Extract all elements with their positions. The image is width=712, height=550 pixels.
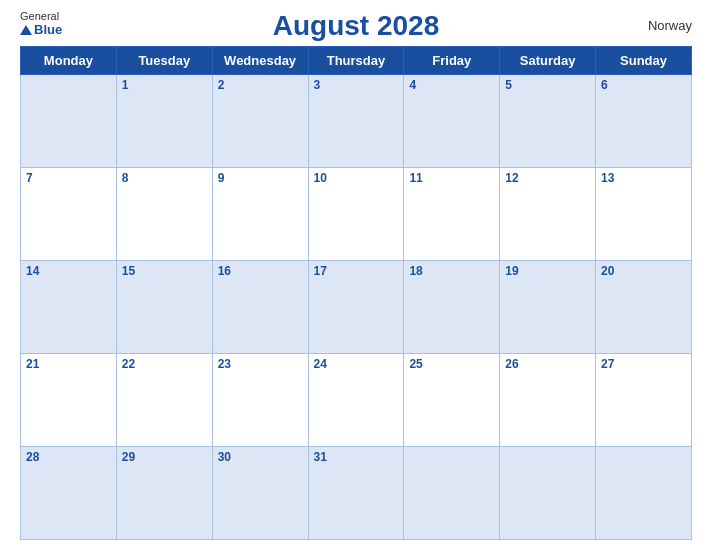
calendar-day-17: 17 (308, 261, 404, 354)
calendar-header: MondayTuesdayWednesdayThursdayFridaySatu… (21, 47, 692, 75)
calendar-week-row: 14151617181920 (21, 261, 692, 354)
day-number: 1 (122, 78, 129, 92)
calendar-day-26: 26 (500, 354, 596, 447)
logo: General Blue (20, 10, 62, 37)
calendar-day-11: 11 (404, 168, 500, 261)
day-number: 26 (505, 357, 518, 371)
calendar-table: MondayTuesdayWednesdayThursdayFridaySatu… (20, 46, 692, 540)
weekday-header-thursday: Thursday (308, 47, 404, 75)
calendar-day-30: 30 (212, 447, 308, 540)
day-number: 16 (218, 264, 231, 278)
calendar-day-3: 3 (308, 75, 404, 168)
header: General Blue August 2028 Norway (20, 10, 692, 42)
calendar-day-29: 29 (116, 447, 212, 540)
weekday-header-tuesday: Tuesday (116, 47, 212, 75)
calendar-day-4: 4 (404, 75, 500, 168)
day-number: 8 (122, 171, 129, 185)
day-number: 17 (314, 264, 327, 278)
calendar-day-13: 13 (596, 168, 692, 261)
calendar-day-10: 10 (308, 168, 404, 261)
calendar-day-25: 25 (404, 354, 500, 447)
day-number: 18 (409, 264, 422, 278)
day-number: 21 (26, 357, 39, 371)
calendar-day-24: 24 (308, 354, 404, 447)
day-number: 9 (218, 171, 225, 185)
calendar-day-20: 20 (596, 261, 692, 354)
day-number: 7 (26, 171, 33, 185)
calendar-empty-cell (404, 447, 500, 540)
logo-general-text: General (20, 10, 59, 22)
calendar-day-12: 12 (500, 168, 596, 261)
country-label: Norway (648, 18, 692, 33)
calendar-body: 1234567891011121314151617181920212223242… (21, 75, 692, 540)
day-number: 3 (314, 78, 321, 92)
day-number: 19 (505, 264, 518, 278)
month-title: August 2028 (273, 10, 440, 42)
day-number: 2 (218, 78, 225, 92)
day-number: 10 (314, 171, 327, 185)
calendar-empty-cell (500, 447, 596, 540)
calendar-day-8: 8 (116, 168, 212, 261)
calendar-day-1: 1 (116, 75, 212, 168)
day-number: 27 (601, 357, 614, 371)
calendar-day-19: 19 (500, 261, 596, 354)
calendar-week-row: 78910111213 (21, 168, 692, 261)
calendar-day-28: 28 (21, 447, 117, 540)
calendar-day-22: 22 (116, 354, 212, 447)
calendar-day-5: 5 (500, 75, 596, 168)
day-number: 23 (218, 357, 231, 371)
calendar-day-6: 6 (596, 75, 692, 168)
day-number: 20 (601, 264, 614, 278)
calendar-day-2: 2 (212, 75, 308, 168)
calendar-empty-cell (21, 75, 117, 168)
calendar-day-7: 7 (21, 168, 117, 261)
weekday-header-row: MondayTuesdayWednesdayThursdayFridaySatu… (21, 47, 692, 75)
day-number: 24 (314, 357, 327, 371)
calendar-day-27: 27 (596, 354, 692, 447)
logo-triangle-icon (20, 25, 32, 35)
weekday-header-monday: Monday (21, 47, 117, 75)
weekday-header-saturday: Saturday (500, 47, 596, 75)
weekday-header-friday: Friday (404, 47, 500, 75)
logo-blue-text: Blue (20, 22, 62, 37)
calendar-day-16: 16 (212, 261, 308, 354)
calendar-day-23: 23 (212, 354, 308, 447)
calendar-day-21: 21 (21, 354, 117, 447)
weekday-header-wednesday: Wednesday (212, 47, 308, 75)
day-number: 4 (409, 78, 416, 92)
day-number: 15 (122, 264, 135, 278)
day-number: 14 (26, 264, 39, 278)
calendar-week-row: 123456 (21, 75, 692, 168)
day-number: 28 (26, 450, 39, 464)
calendar-day-31: 31 (308, 447, 404, 540)
calendar-empty-cell (596, 447, 692, 540)
calendar-week-row: 21222324252627 (21, 354, 692, 447)
weekday-header-sunday: Sunday (596, 47, 692, 75)
day-number: 31 (314, 450, 327, 464)
day-number: 29 (122, 450, 135, 464)
day-number: 5 (505, 78, 512, 92)
calendar-day-15: 15 (116, 261, 212, 354)
day-number: 22 (122, 357, 135, 371)
calendar-day-9: 9 (212, 168, 308, 261)
calendar-day-14: 14 (21, 261, 117, 354)
day-number: 13 (601, 171, 614, 185)
day-number: 6 (601, 78, 608, 92)
calendar-day-18: 18 (404, 261, 500, 354)
day-number: 25 (409, 357, 422, 371)
day-number: 12 (505, 171, 518, 185)
day-number: 30 (218, 450, 231, 464)
day-number: 11 (409, 171, 422, 185)
calendar-week-row: 28293031 (21, 447, 692, 540)
